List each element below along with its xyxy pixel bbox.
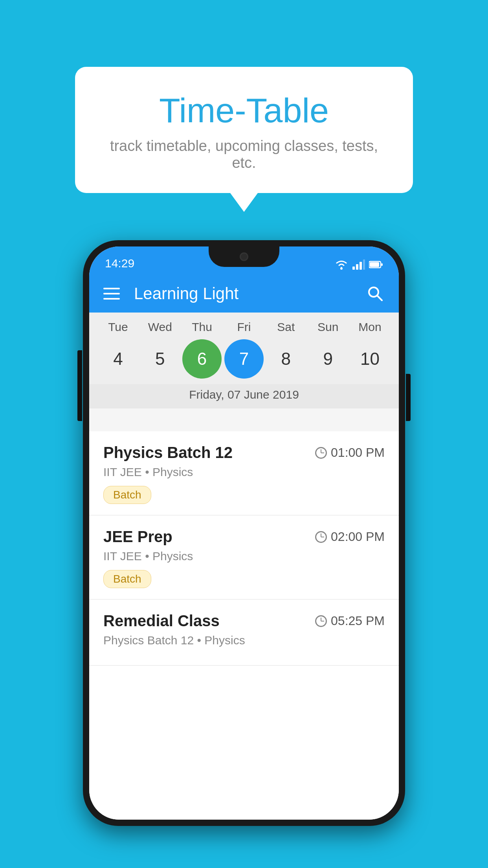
schedule-item-header: Physics Batch 12 01:00 PM <box>103 444 385 462</box>
front-camera <box>240 252 248 261</box>
schedule-item-title: Remedial Class <box>103 612 220 630</box>
svg-rect-1 <box>352 267 355 270</box>
day-number-9[interactable]: 9 <box>308 339 348 379</box>
svg-line-9 <box>377 296 382 300</box>
clock-icon <box>315 615 327 627</box>
phone-screen: 14:29 <box>89 246 399 820</box>
phone-outer: 14:29 <box>83 240 405 826</box>
menu-icon[interactable] <box>103 288 120 300</box>
day-number-6[interactable]: 6 <box>182 339 222 379</box>
day-header-sun: Sun <box>308 320 348 334</box>
svg-rect-4 <box>363 259 365 270</box>
clock-icon <box>315 447 327 459</box>
day-number-8[interactable]: 8 <box>266 339 306 379</box>
schedule-item-0[interactable]: Physics Batch 12 01:00 PM IIT JEE • Phys… <box>89 431 399 515</box>
schedule-item-time-text: 05:25 PM <box>331 614 385 628</box>
schedule-item-2[interactable]: Remedial Class 05:25 PM Physics Batch 12… <box>89 600 399 666</box>
batch-badge: Batch <box>103 486 151 504</box>
schedule-item-time-text: 01:00 PM <box>331 445 385 460</box>
tooltip-title: Time-Table <box>103 90 385 131</box>
schedule-item-subtitle: IIT JEE • Physics <box>103 550 385 563</box>
tooltip-box: Time-Table track timetable, upcoming cla… <box>75 67 413 193</box>
day-numbers: 45678910 <box>89 334 399 384</box>
day-header-thu: Thu <box>182 320 222 334</box>
schedule-item-1[interactable]: JEE Prep 02:00 PM IIT JEE • Physics Batc… <box>89 515 399 600</box>
schedule-item-subtitle: IIT JEE • Physics <box>103 465 385 479</box>
day-number-10[interactable]: 10 <box>350 339 389 379</box>
phone-notch <box>209 246 279 267</box>
day-number-4[interactable]: 4 <box>98 339 138 379</box>
schedule-item-time: 05:25 PM <box>315 614 385 628</box>
day-number-5[interactable]: 5 <box>140 339 180 379</box>
tooltip-subtitle: track timetable, upcoming classes, tests… <box>103 138 385 171</box>
status-icons <box>334 259 383 270</box>
svg-point-0 <box>340 267 343 270</box>
day-headers: TueWedThuFriSatSunMon <box>89 320 399 334</box>
clock-icon <box>315 531 327 543</box>
schedule-item-header: JEE Prep 02:00 PM <box>103 528 385 546</box>
schedule-item-time: 02:00 PM <box>315 530 385 544</box>
day-header-wed: Wed <box>140 320 180 334</box>
day-header-mon: Mon <box>350 320 389 334</box>
day-number-7[interactable]: 7 <box>224 339 264 379</box>
schedule-item-title: Physics Batch 12 <box>103 444 233 462</box>
schedule-list: Physics Batch 12 01:00 PM IIT JEE • Phys… <box>89 431 399 820</box>
battery-icon <box>369 261 383 268</box>
day-header-sat: Sat <box>266 320 306 334</box>
search-icon <box>367 285 383 302</box>
calendar-strip: TueWedThuFriSatSunMon 45678910 Friday, 0… <box>89 313 399 408</box>
tooltip-container: Time-Table track timetable, upcoming cla… <box>75 67 413 193</box>
search-button[interactable] <box>366 284 385 303</box>
schedule-item-time: 01:00 PM <box>315 445 385 460</box>
svg-rect-6 <box>370 262 379 267</box>
schedule-item-subtitle: Physics Batch 12 • Physics <box>103 634 385 647</box>
signal-icon <box>352 259 365 270</box>
app-bar: Learning Light <box>89 275 399 313</box>
day-header-fri: Fri <box>224 320 264 334</box>
app-title: Learning Light <box>134 284 366 303</box>
svg-rect-7 <box>381 263 383 266</box>
schedule-item-time-text: 02:00 PM <box>331 530 385 544</box>
batch-badge: Batch <box>103 570 151 588</box>
wifi-icon <box>334 259 349 270</box>
day-header-tue: Tue <box>98 320 138 334</box>
status-time: 14:29 <box>105 257 134 270</box>
svg-rect-2 <box>356 264 358 270</box>
selected-date-label: Friday, 07 June 2019 <box>89 384 399 408</box>
phone-mockup: 14:29 <box>83 240 405 822</box>
schedule-item-header: Remedial Class 05:25 PM <box>103 612 385 630</box>
svg-rect-3 <box>360 262 362 270</box>
schedule-item-title: JEE Prep <box>103 528 172 546</box>
